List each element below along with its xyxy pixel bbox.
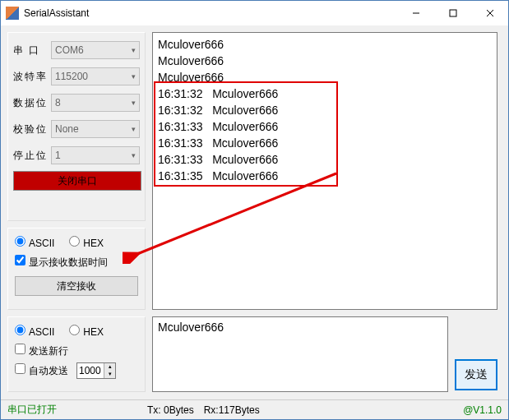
- close-port-button[interactable]: 关闭串口: [13, 171, 141, 191]
- svg-rect-1: [450, 10, 456, 16]
- titlebar: SerialAssistant: [1, 1, 508, 25]
- rx-options-panel: ASCII HEX 显示接收数据时间 清空接收: [7, 228, 146, 310]
- chevron-down-icon: ▾: [132, 99, 136, 107]
- tx-options-panel: ASCII HEX 发送新行 自动发送 ▴▾: [7, 316, 146, 392]
- databits-label: 数据位: [13, 96, 51, 110]
- rx-bytes: Rx:117Bytes: [204, 404, 260, 416]
- baud-combo[interactable]: 115200▾: [51, 67, 140, 85]
- rx-textarea[interactable]: Mculover666 Mculover666 Mculover666 16:3…: [152, 32, 497, 310]
- chevron-down-icon: ▾: [132, 151, 136, 159]
- send-newline-checkbox[interactable]: 发送新行: [15, 344, 68, 358]
- clear-rx-button[interactable]: 清空接收: [15, 276, 138, 296]
- interval-input[interactable]: [77, 364, 104, 377]
- window-title: SerialAssistant: [24, 7, 397, 19]
- stopbits-combo[interactable]: 1▾: [51, 146, 140, 164]
- tx-ascii-radio[interactable]: ASCII: [15, 325, 54, 338]
- serial-config-panel: 串 口 COM6▾ 波特率 115200▾ 数据位 8▾ 校验位 None▾ 停…: [7, 32, 146, 221]
- port-combo[interactable]: COM6▾: [51, 41, 140, 59]
- rx-ascii-radio[interactable]: ASCII: [15, 236, 54, 249]
- tx-textarea[interactable]: Mculover666: [152, 316, 448, 392]
- maximize-button[interactable]: [434, 1, 471, 25]
- close-button[interactable]: [471, 1, 508, 25]
- databits-combo[interactable]: 8▾: [51, 94, 140, 112]
- app-icon: [6, 7, 19, 20]
- parity-combo[interactable]: None▾: [51, 120, 140, 138]
- auto-send-checkbox[interactable]: 自动发送: [15, 363, 68, 378]
- port-status: 串口已打开: [7, 403, 147, 417]
- show-time-checkbox[interactable]: 显示接收数据时间: [15, 255, 108, 270]
- chevron-down-icon: ▾: [132, 46, 136, 54]
- tx-hex-radio[interactable]: HEX: [69, 325, 104, 338]
- auto-send-interval[interactable]: ▴▾: [76, 362, 116, 379]
- parity-label: 校验位: [13, 122, 51, 136]
- spin-down-icon[interactable]: ▾: [104, 371, 115, 378]
- tx-bytes: Tx: 0Bytes: [147, 404, 194, 416]
- chevron-down-icon: ▾: [132, 72, 136, 81]
- port-label: 串 口: [13, 44, 51, 58]
- spin-up-icon[interactable]: ▴: [104, 363, 115, 371]
- send-button[interactable]: 发送: [455, 359, 497, 390]
- chevron-down-icon: ▾: [132, 125, 136, 133]
- version-label: @V1.1.0: [463, 404, 502, 416]
- minimize-button[interactable]: [397, 1, 434, 25]
- rx-hex-radio[interactable]: HEX: [69, 236, 104, 249]
- status-bar: 串口已打开 Tx: 0Bytes Rx:117Bytes @V1.1.0: [1, 399, 508, 419]
- stopbits-label: 停止位: [13, 149, 51, 163]
- baud-label: 波特率: [13, 70, 51, 84]
